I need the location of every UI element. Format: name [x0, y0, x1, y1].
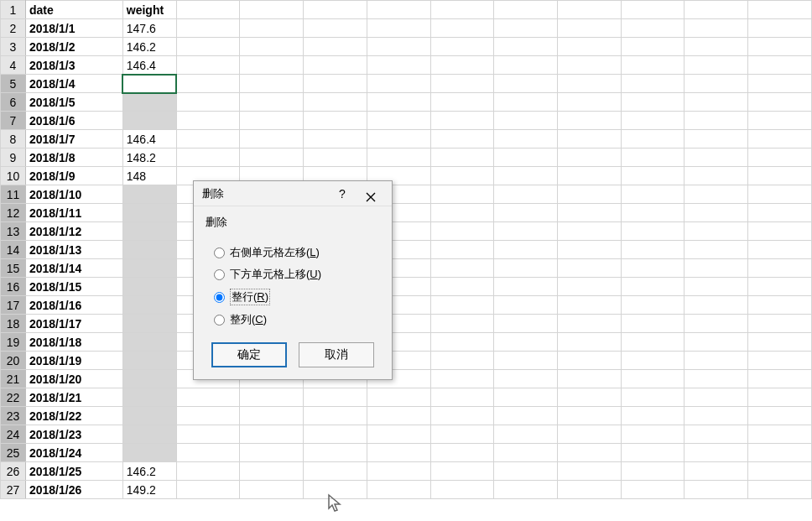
cell-empty[interactable] [494, 388, 558, 407]
cell-empty[interactable] [684, 56, 748, 75]
cell-empty[interactable] [558, 185, 622, 204]
cell-empty[interactable] [240, 19, 304, 38]
cell-empty[interactable] [430, 222, 494, 241]
cell-date[interactable]: 2018/1/7 [25, 130, 122, 148]
row-header[interactable]: 7 [1, 112, 26, 130]
cell-empty[interactable] [494, 148, 558, 167]
cell-empty[interactable] [430, 407, 494, 425]
cell-empty[interactable] [430, 148, 494, 167]
cell-empty[interactable] [621, 278, 684, 296]
cell-empty[interactable] [367, 462, 430, 481]
cell-empty[interactable] [684, 407, 748, 425]
cell-weight[interactable] [122, 444, 176, 462]
cell-empty[interactable] [494, 462, 558, 481]
cell-empty[interactable] [494, 1, 558, 19]
cell-empty[interactable] [748, 148, 812, 167]
option-entire-col[interactable]: 整列(C) [214, 312, 380, 327]
cell-date[interactable]: 2018/1/5 [25, 93, 122, 112]
cell-date[interactable]: 2018/1/12 [25, 222, 122, 241]
cell-empty[interactable] [621, 259, 684, 278]
cell-empty[interactable] [684, 185, 748, 204]
cell-empty[interactable] [621, 112, 684, 130]
radio-shift-left[interactable] [214, 247, 225, 258]
cell-empty[interactable] [176, 75, 240, 93]
cell-empty[interactable] [430, 462, 494, 481]
cell-empty[interactable] [494, 222, 558, 241]
cell-empty[interactable] [367, 56, 430, 75]
cell-empty[interactable] [748, 462, 812, 481]
cell-empty[interactable] [494, 38, 558, 56]
cell-empty[interactable] [367, 38, 430, 56]
cell-empty[interactable] [748, 481, 812, 499]
cell-empty[interactable] [304, 38, 367, 56]
cell-empty[interactable] [304, 75, 367, 93]
cell-empty[interactable] [684, 112, 748, 130]
option-entire-row[interactable]: 整行(R) [214, 289, 380, 305]
cell-date[interactable]: 2018/1/19 [25, 352, 122, 370]
cell-empty[interactable] [240, 407, 304, 425]
cell-weight[interactable] [122, 222, 176, 241]
cell-empty[interactable] [240, 425, 304, 444]
cell-empty[interactable] [621, 352, 684, 370]
row-header[interactable]: 9 [1, 148, 26, 167]
cell-empty[interactable] [494, 56, 558, 75]
cell-weight[interactable]: 148.2 [122, 148, 176, 167]
cell-empty[interactable] [430, 333, 494, 352]
cell-empty[interactable] [748, 241, 812, 259]
cell-empty[interactable] [176, 93, 240, 112]
cell-date[interactable]: 2018/1/23 [25, 425, 122, 444]
cell-empty[interactable] [558, 370, 622, 388]
cell-empty[interactable] [748, 222, 812, 241]
cell-empty[interactable] [748, 444, 812, 462]
cell-empty[interactable] [176, 1, 240, 19]
cell-empty[interactable] [748, 315, 812, 333]
cell-empty[interactable] [621, 93, 684, 112]
cell-empty[interactable] [684, 444, 748, 462]
row-header[interactable]: 23 [1, 407, 26, 425]
close-icon[interactable] [357, 185, 385, 202]
cell-weight[interactable]: 148 [122, 167, 176, 185]
cell-date[interactable]: 2018/1/24 [25, 444, 122, 462]
cell-empty[interactable] [684, 241, 748, 259]
cell-empty[interactable] [558, 315, 622, 333]
cell-empty[interactable] [494, 296, 558, 315]
cell-empty[interactable] [621, 315, 684, 333]
cell-empty[interactable] [684, 1, 748, 19]
cell-empty[interactable] [176, 444, 240, 462]
cell-empty[interactable] [621, 425, 684, 444]
cell-empty[interactable] [621, 130, 684, 148]
cell-empty[interactable] [304, 112, 367, 130]
cell-empty[interactable] [430, 278, 494, 296]
cell-empty[interactable] [240, 444, 304, 462]
row-header[interactable]: 21 [1, 370, 26, 388]
cell-empty[interactable] [684, 130, 748, 148]
cell-empty[interactable] [494, 241, 558, 259]
row-header[interactable]: 11 [1, 185, 26, 204]
option-shift-left[interactable]: 右侧单元格左移(L) [214, 245, 380, 260]
cell-empty[interactable] [240, 56, 304, 75]
cell-date[interactable]: 2018/1/2 [25, 38, 122, 56]
cell-weight[interactable] [122, 370, 176, 388]
help-icon[interactable]: ? [328, 181, 357, 206]
cell-empty[interactable] [621, 407, 684, 425]
cell-empty[interactable] [748, 370, 812, 388]
cell-empty[interactable] [748, 93, 812, 112]
cell-empty[interactable] [748, 407, 812, 425]
cell-empty[interactable] [494, 481, 558, 499]
cell-weight[interactable] [122, 425, 176, 444]
cell-empty[interactable] [748, 425, 812, 444]
cell-empty[interactable] [494, 93, 558, 112]
cell-empty[interactable] [684, 259, 748, 278]
cell-empty[interactable] [684, 481, 748, 499]
cell-date[interactable]: date [25, 1, 122, 19]
cell-empty[interactable] [430, 259, 494, 278]
row-header[interactable]: 3 [1, 38, 26, 56]
row-header[interactable]: 6 [1, 93, 26, 112]
cell-empty[interactable] [367, 407, 430, 425]
cell-empty[interactable] [748, 167, 812, 185]
cell-empty[interactable] [367, 112, 430, 130]
cell-empty[interactable] [430, 56, 494, 75]
cell-empty[interactable] [304, 425, 367, 444]
cell-empty[interactable] [558, 19, 622, 38]
row-header[interactable]: 17 [1, 296, 26, 315]
